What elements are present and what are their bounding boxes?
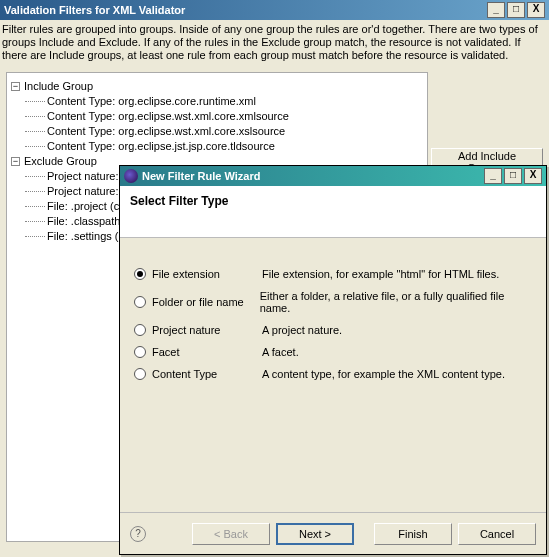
collapse-icon[interactable]: − bbox=[11, 82, 20, 91]
wizard-title: New Filter Rule Wizard bbox=[142, 170, 482, 182]
wizard-maximize-button[interactable]: □ bbox=[504, 168, 522, 184]
option-desc: A content type, for example the XML cont… bbox=[262, 368, 505, 380]
cancel-button[interactable]: Cancel bbox=[458, 523, 536, 545]
option-label: Facet bbox=[152, 346, 262, 358]
minimize-button[interactable]: _ bbox=[487, 2, 505, 18]
wizard-footer: ? < Back Next > Finish Cancel bbox=[120, 512, 546, 554]
tree-item[interactable]: Content Type: org.eclipse.jst.jsp.core.t… bbox=[11, 139, 423, 154]
option-desc: A project nature. bbox=[262, 324, 342, 336]
option-desc: Either a folder, a relative file, or a f… bbox=[260, 290, 532, 314]
collapse-icon[interactable]: − bbox=[11, 157, 20, 166]
tree-item[interactable]: Content Type: org.eclipse.wst.xml.core.x… bbox=[11, 124, 423, 139]
radio-icon[interactable] bbox=[134, 368, 146, 380]
wizard-heading: Select Filter Type bbox=[130, 194, 536, 208]
back-window-title: Validation Filters for XML Validator bbox=[4, 4, 485, 16]
wizard-titlebar: New Filter Rule Wizard _ □ X bbox=[120, 166, 546, 186]
tree-item[interactable]: Content Type: org.eclipse.core.runtime.x… bbox=[11, 94, 423, 109]
option-label: File extension bbox=[152, 268, 262, 280]
radio-icon[interactable] bbox=[134, 324, 146, 336]
include-group-node[interactable]: − Include Group bbox=[11, 79, 423, 94]
exclude-group-label: Exclude Group bbox=[24, 154, 97, 169]
option-folder-or-file-name[interactable]: Folder or file name Either a folder, a r… bbox=[134, 290, 532, 314]
option-label: Content Type bbox=[152, 368, 262, 380]
next-button[interactable]: Next > bbox=[276, 523, 354, 545]
finish-button[interactable]: Finish bbox=[374, 523, 452, 545]
description-text: Filter rules are grouped into groups. In… bbox=[0, 20, 549, 68]
wizard-header: Select Filter Type bbox=[120, 186, 546, 238]
new-filter-rule-wizard: New Filter Rule Wizard _ □ X Select Filt… bbox=[119, 165, 547, 555]
close-button[interactable]: X bbox=[527, 2, 545, 18]
radio-icon[interactable] bbox=[134, 296, 146, 308]
option-facet[interactable]: Facet A facet. bbox=[134, 346, 532, 358]
option-file-extension[interactable]: File extension File extension, for examp… bbox=[134, 268, 532, 280]
back-titlebar: Validation Filters for XML Validator _ □… bbox=[0, 0, 549, 20]
option-label: Folder or file name bbox=[152, 296, 260, 308]
option-desc: A facet. bbox=[262, 346, 299, 358]
wizard-minimize-button[interactable]: _ bbox=[484, 168, 502, 184]
maximize-button[interactable]: □ bbox=[507, 2, 525, 18]
back-button: < Back bbox=[192, 523, 270, 545]
option-desc: File extension, for example "html" for H… bbox=[262, 268, 499, 280]
wizard-close-button[interactable]: X bbox=[524, 168, 542, 184]
help-icon[interactable]: ? bbox=[130, 526, 146, 542]
option-project-nature[interactable]: Project nature A project nature. bbox=[134, 324, 532, 336]
eclipse-icon bbox=[124, 169, 138, 183]
radio-icon[interactable] bbox=[134, 268, 146, 280]
wizard-body: File extension File extension, for examp… bbox=[120, 238, 546, 400]
include-group-label: Include Group bbox=[24, 79, 93, 94]
tree-item[interactable]: Content Type: org.eclipse.wst.xml.core.x… bbox=[11, 109, 423, 124]
option-label: Project nature bbox=[152, 324, 262, 336]
option-content-type[interactable]: Content Type A content type, for example… bbox=[134, 368, 532, 380]
radio-icon[interactable] bbox=[134, 346, 146, 358]
